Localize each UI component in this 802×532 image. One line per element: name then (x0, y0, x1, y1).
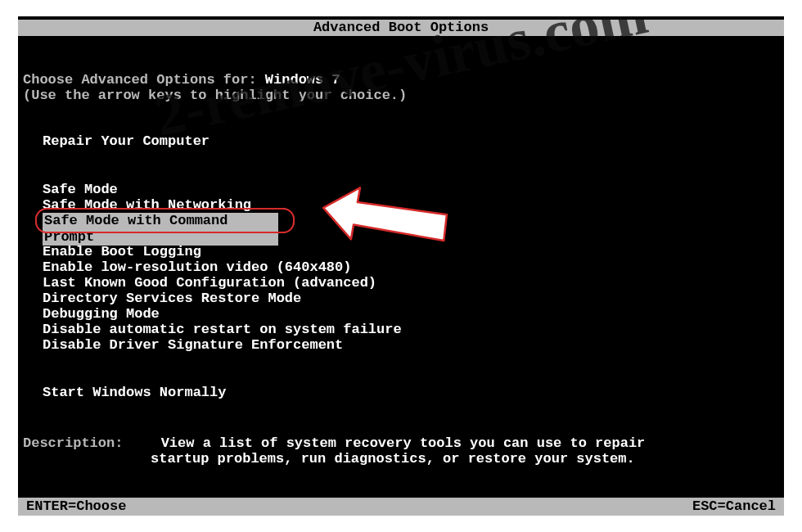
menu-repair-your-computer[interactable]: Repair Your Computer (43, 133, 210, 149)
menu-safe-mode-command-prompt-label: Safe Mode with Command Prompt (43, 213, 278, 246)
menu-disable-auto-restart[interactable]: Disable automatic restart on system fail… (43, 322, 402, 337)
header-prefix: Choose Advanced Options for: (23, 72, 265, 88)
title-bar: Advanced Boot Options (18, 20, 784, 36)
menu-safe-mode[interactable]: Safe Mode (43, 182, 118, 197)
menu-last-known-good[interactable]: Last Known Good Configuration (advanced) (43, 275, 376, 291)
header-line-2: (Use the arrow keys to highlight your ch… (23, 88, 407, 103)
boot-screen: Advanced Boot Options Choose Advanced Op… (18, 16, 784, 516)
menu-safe-mode-command-prompt[interactable]: Safe Mode with Command Prompt (43, 213, 278, 229)
footer-bar: ENTER=Choose ESC=Cancel (18, 498, 784, 516)
description-row: Description: View a list of system recov… (23, 435, 759, 451)
menu-start-windows-normally[interactable]: Start Windows Normally (43, 385, 226, 400)
description-line-2: startup problems, run diagnostics, or re… (23, 451, 635, 467)
menu-disable-driver-sig[interactable]: Disable Driver Signature Enforcement (43, 337, 343, 353)
footer-enter: ENTER=Choose (26, 498, 126, 516)
menu-safe-mode-networking[interactable]: Safe Mode with Networking (43, 197, 251, 213)
footer-esc: ESC=Cancel (692, 498, 776, 516)
header-os: Windows 7 (265, 72, 340, 88)
description-label: Description: (23, 435, 123, 451)
header-line-1: Choose Advanced Options for: Windows 7 (23, 72, 340, 88)
menu-low-res-video[interactable]: Enable low-resolution video (640x480) (43, 259, 351, 275)
arrow-icon (306, 177, 470, 259)
description-line-1: View a list of system recovery tools you… (161, 435, 646, 451)
menu-enable-boot-logging[interactable]: Enable Boot Logging (43, 244, 201, 259)
screenshot-frame: Advanced Boot Options Choose Advanced Op… (0, 0, 802, 532)
menu-debugging-mode[interactable]: Debugging Mode (43, 306, 160, 322)
title-text: Advanced Boot Options (313, 20, 489, 35)
menu-directory-services-restore[interactable]: Directory Services Restore Mode (43, 291, 301, 306)
